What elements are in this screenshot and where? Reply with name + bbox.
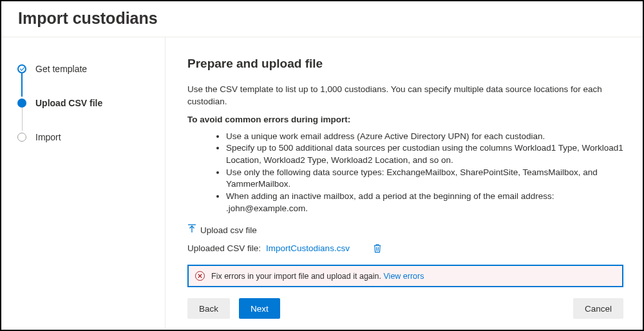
upload-icon	[187, 224, 196, 235]
dialog-footer: Back Next Cancel	[166, 290, 643, 328]
back-button[interactable]: Back	[187, 298, 230, 319]
next-button[interactable]: Next	[239, 298, 280, 319]
upload-csv-action[interactable]: Upload csv file	[187, 225, 623, 236]
step-connector	[21, 73, 22, 97]
rule-item: When adding an inactive mailbox, add a p…	[226, 191, 623, 214]
step-done-icon	[17, 64, 26, 73]
step-label: Get template	[35, 64, 87, 74]
content-area: Prepare and upload file Use the CSV temp…	[166, 37, 643, 290]
step-pending-icon	[17, 133, 26, 142]
rule-item: Use only the following data source types…	[226, 167, 623, 191]
step-get-template[interactable]: Get template	[17, 62, 165, 76]
rule-item: Use a unique work email address (Azure A…	[226, 131, 623, 143]
view-errors-link[interactable]: View errors	[384, 272, 424, 281]
lead-text: Use the CSV template to list up to 1,000…	[187, 84, 623, 108]
step-upload-csv[interactable]: Upload CSV file	[17, 96, 165, 110]
dialog-header: Import custodians	[1, 1, 643, 37]
upload-label: Upload csv file	[200, 225, 257, 235]
step-label: Upload CSV file	[35, 98, 102, 108]
error-text: Fix errors in your import file and uploa…	[211, 272, 424, 281]
main-panel: Prepare and upload file Use the CSV temp…	[166, 37, 643, 328]
wizard-sidebar: Get template Upload CSV file Import	[1, 37, 166, 328]
rules-list: Use a unique work email address (Azure A…	[187, 131, 623, 214]
dialog-body: Get template Upload CSV file Import Prep…	[1, 37, 643, 328]
uploaded-label: Uploaded CSV file:	[187, 243, 261, 253]
cancel-button[interactable]: Cancel	[573, 298, 623, 319]
rules-intro: To avoid common errors during import:	[187, 115, 623, 124]
step-connector	[22, 108, 23, 131]
error-banner: Fix errors in your import file and uploa…	[187, 265, 623, 287]
rule-item: Specify up to 500 additional data source…	[226, 142, 623, 166]
step-import[interactable]: Import	[17, 130, 165, 144]
step-label: Import	[35, 132, 61, 142]
page-heading: Prepare and upload file	[187, 57, 623, 71]
error-icon	[195, 271, 205, 281]
uploaded-filename-link[interactable]: ImportCustodians.csv	[266, 243, 350, 253]
dialog-title: Import custodians	[18, 9, 626, 28]
step-current-icon	[17, 99, 26, 108]
error-message: Fix errors in your import file and uploa…	[211, 272, 384, 281]
uploaded-file-row: Uploaded CSV file: ImportCustodians.csv	[187, 243, 623, 253]
delete-file-button[interactable]	[373, 243, 382, 253]
